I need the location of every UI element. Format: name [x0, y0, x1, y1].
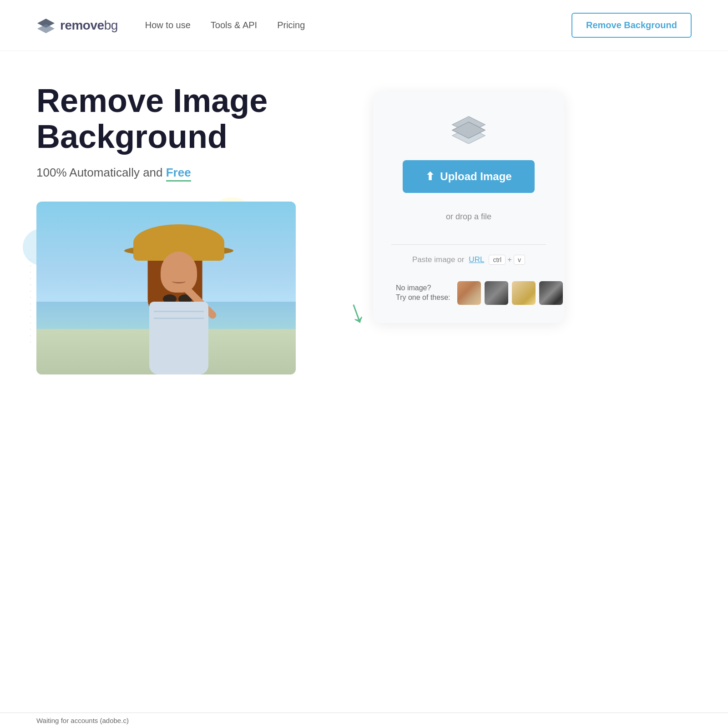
- layers-icon: [450, 115, 487, 144]
- logo-icon: [36, 18, 56, 33]
- hero-section: Remove Image Background 100% Automatical…: [0, 51, 728, 402]
- navbar: removebg How to use Tools & API Pricing …: [0, 0, 728, 51]
- hero-image: [36, 202, 296, 374]
- upload-icon: ⬆: [425, 170, 435, 183]
- sample-thumb-car[interactable]: [539, 281, 563, 305]
- nav-links: How to use Tools & API Pricing: [145, 20, 305, 30]
- upload-button-label: Upload Image: [440, 170, 511, 183]
- body: [149, 302, 208, 374]
- kbd-ctrl: ctrl: [489, 255, 506, 265]
- paste-label: Paste image or: [412, 255, 464, 264]
- nav-link-how-to-use[interactable]: How to use: [145, 20, 191, 30]
- status-bar: Waiting for accounts (adobe.c): [0, 713, 728, 728]
- paste-area: Paste image or URL ctrl + v: [391, 244, 546, 265]
- sample-label: No image? Try one of these:: [396, 283, 450, 303]
- svg-marker-1: [37, 24, 55, 33]
- keyboard-shortcut: ctrl + v: [489, 255, 525, 265]
- nav-link-pricing[interactable]: Pricing: [277, 20, 305, 30]
- green-arrow-decoration: ↓: [342, 291, 370, 332]
- kbd-plus: +: [507, 255, 512, 264]
- sample-thumb-food[interactable]: [512, 281, 536, 305]
- url-link[interactable]: URL: [469, 255, 484, 264]
- beach-scene: [36, 202, 296, 374]
- drop-file-text: or drop a file: [446, 212, 491, 222]
- logo[interactable]: removebg: [36, 18, 118, 33]
- kbd-v: v: [514, 255, 525, 265]
- logo-text: removebg: [60, 18, 118, 33]
- upload-card: ⬆ Upload Image or drop a file Paste imag…: [373, 92, 564, 323]
- upload-icon-area: ⬆ Upload Image or drop a file: [403, 115, 534, 234]
- head: [161, 252, 197, 293]
- hero-left: Remove Image Background 100% Automatical…: [36, 83, 346, 374]
- status-text: Waiting for accounts (adobe.c): [36, 717, 129, 724]
- hero-subtitle: 100% Automatically and Free: [36, 166, 346, 180]
- hero-title: Remove Image Background: [36, 83, 346, 155]
- sample-images-row: No image? Try one of these:: [391, 281, 546, 305]
- nav-left: removebg How to use Tools & API Pricing: [36, 18, 305, 33]
- nav-link-tools-api[interactable]: Tools & API: [211, 20, 257, 30]
- sample-thumb-dark[interactable]: [485, 281, 508, 305]
- upload-image-button[interactable]: ⬆ Upload Image: [403, 160, 534, 193]
- woman-figure: [115, 220, 243, 374]
- sample-thumb-person[interactable]: [457, 281, 481, 305]
- sample-thumbs: [457, 281, 563, 305]
- free-word: Free: [166, 166, 191, 182]
- remove-background-button[interactable]: Remove Background: [571, 13, 692, 38]
